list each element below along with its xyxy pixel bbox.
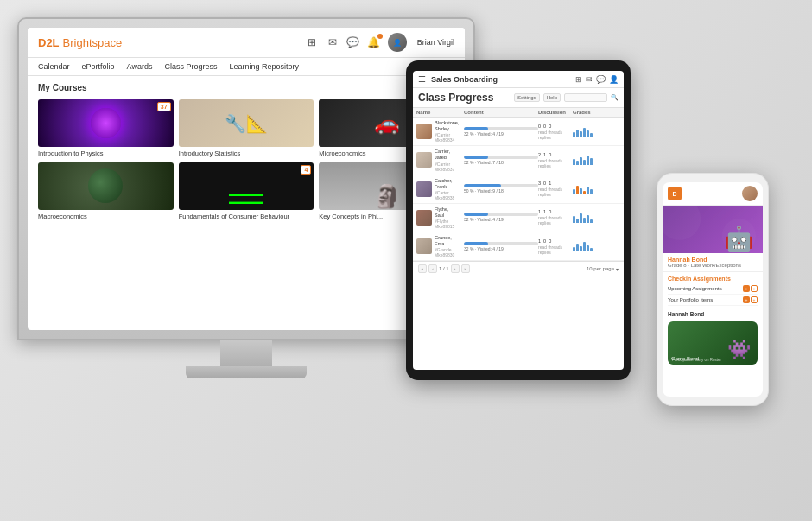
hero-character: 🤖: [724, 225, 754, 253]
gbar3: [580, 246, 582, 251]
gbar1: [573, 216, 575, 223]
content-bar-fill: [464, 213, 488, 216]
col-grades: Grades: [573, 110, 620, 115]
grade-bars-carrier: [573, 155, 620, 165]
reads: 3: [538, 181, 541, 186]
per-page-chevron-icon[interactable]: ▾: [616, 266, 619, 272]
content-pct-catcher: 50 % · Visited: 9 / 18: [464, 188, 538, 194]
discuss-nums: 3 0 1: [538, 181, 573, 186]
page-info: 1 / 1: [439, 266, 449, 271]
table-row[interactable]: Grande,Ema #GrandeMke89830 32 % · Visite…: [413, 232, 624, 261]
tablet-header: ☰ Sales Onboarding ⊞ ✉ 💬 👤: [413, 71, 624, 88]
game-participants: Participants: Early on Roster: [672, 358, 756, 362]
user-avatar[interactable]: 👤: [388, 33, 407, 52]
reads: 0: [538, 124, 541, 129]
notification-badge: [377, 34, 383, 39]
student-id-grande: #GrandeMke89830: [435, 247, 454, 257]
nav-class-progress[interactable]: Class Progress: [164, 62, 217, 71]
tablet-grid-icon[interactable]: ⊞: [575, 75, 582, 84]
col-name: Name: [416, 110, 464, 115]
gbar1: [573, 247, 575, 251]
help-btn[interactable]: Help: [543, 93, 561, 102]
course-card-physics[interactable]: 37 Introduction to Physics: [38, 99, 174, 157]
content-col-flythe: 32 % · Visited: 4 / 19: [464, 213, 538, 222]
prev-page-btn[interactable]: ‹: [428, 264, 437, 273]
discuss-nums: 0 0 0: [538, 124, 573, 129]
student-info-flythe: Flythe,Saul #FlytheMke89815: [416, 206, 464, 229]
phone-game-card[interactable]: Game Bond 👾 Participants: Early on Roste…: [668, 321, 758, 365]
nav-awards[interactable]: Awards: [127, 62, 153, 71]
gbar3: [580, 188, 582, 194]
nav-learning-repository[interactable]: Learning Repository: [229, 62, 299, 71]
tablet-user-icon[interactable]: 👤: [609, 75, 619, 84]
assignment-item-1[interactable]: Upcoming Assignments + +: [668, 283, 758, 295]
course-label-consumer: Fundamentals of Consumer Behaviour: [179, 213, 314, 220]
first-page-btn[interactable]: «: [418, 264, 427, 273]
content-bar-bg: [464, 184, 538, 187]
student-info-carrier: Carrier,Jared #CarrierMke89837: [416, 149, 464, 171]
tablet-chat-icon[interactable]: 💬: [596, 75, 606, 84]
assign-dot-outline-2: +: [751, 296, 758, 303]
table-row[interactable]: Flythe,Saul #FlytheMke89815 32 % · Visit…: [413, 204, 624, 232]
threads: 1: [543, 209, 546, 214]
course-card-consumer[interactable]: ▬▬▬▬▬▬▬▬▬▬ 4 Fundamentals of Consumer Be…: [179, 162, 314, 220]
per-page-control: 10 per page ▾: [587, 266, 619, 272]
settings-btn[interactable]: Settings: [514, 93, 540, 102]
svg-point-0: [663, 206, 701, 240]
student-name-carrier: Carrier,Jared: [435, 149, 454, 161]
assign-dot-outline: +: [751, 285, 758, 292]
course-card-macro[interactable]: Macroeconomics: [38, 162, 174, 220]
student-avatar-blackstone: [416, 124, 432, 139]
nav-calendar[interactable]: Calendar: [38, 62, 70, 71]
table-row[interactable]: Catcher,Frank #CarterMke89838 50 % · Vis…: [413, 175, 624, 204]
macro-earth: [88, 168, 123, 203]
course-badge-physics: 37: [157, 102, 171, 111]
gbar4: [583, 128, 586, 137]
content-bar-fill: [464, 156, 488, 159]
scene: D2L Brightspace ⊞ ✉ 💬 🔔 👤 Brian Virgil: [0, 0, 812, 521]
content-bar-bg: [464, 127, 538, 130]
gbar5: [587, 215, 589, 223]
table-row[interactable]: Blackstone,Shirley #CarrierMke89834 32 %…: [413, 118, 624, 146]
last-page-btn[interactable]: »: [461, 264, 470, 273]
tablet-mail-icon[interactable]: ✉: [586, 75, 593, 84]
gbar2: [576, 219, 579, 223]
hamburger-icon[interactable]: ☰: [418, 74, 426, 84]
next-page-btn[interactable]: ›: [451, 264, 460, 273]
chat-icon[interactable]: 💬: [346, 35, 360, 49]
course-label-physics: Introduction to Physics: [38, 149, 174, 157]
assignment-item-2[interactable]: Your Portfolio Items + +: [668, 295, 758, 306]
assign-dot-filled-2: +: [743, 296, 750, 303]
phone-user-avatar[interactable]: [742, 186, 758, 201]
student-details-carrier: Carrier,Jared #CarrierMke89837: [435, 149, 454, 171]
course-thumb-physics: [38, 99, 174, 147]
gbar4: [583, 218, 586, 223]
discuss-labels: read threads replies: [538, 245, 573, 255]
header-icons: ⊞ ✉ 💬 🔔 👤 Brian Virgil: [305, 33, 454, 52]
search-bar[interactable]: [564, 93, 607, 102]
course-thumb-stats: 🔧📐: [179, 99, 314, 147]
mail-icon[interactable]: ✉: [326, 35, 339, 49]
phone-logo: D: [668, 187, 682, 200]
notification-icon[interactable]: 🔔: [367, 35, 381, 49]
content-col-blackstone: 32 % · Visited: 4 / 19: [464, 127, 538, 137]
course-card-stats[interactable]: 🔧📐 Introductory Statistics: [179, 99, 314, 157]
gbar5: [587, 156, 589, 165]
phone-frame: D 🤖 Hannah Bond Gra: [657, 173, 769, 406]
replies: 1: [549, 181, 551, 186]
grade-bars-catcher: [573, 184, 620, 194]
logo-brightspace: Brightspace: [63, 36, 123, 49]
content-bar-bg: [464, 242, 538, 245]
monitor-base: [186, 366, 307, 378]
nav-eportfolio[interactable]: ePortfolio: [82, 62, 115, 71]
page-controls: « ‹ 1 / 1 › »: [418, 264, 470, 273]
discuss-col-grande: 1 0 0 read threads replies: [538, 238, 573, 255]
phone: D 🤖 Hannah Bond Gra: [657, 173, 769, 406]
reads: 1: [538, 238, 541, 244]
grid-icon[interactable]: ⊞: [305, 35, 319, 49]
threads: 0: [543, 181, 546, 186]
gbar6: [590, 219, 593, 223]
search-icon[interactable]: 🔍: [611, 94, 619, 101]
gbar2: [576, 186, 579, 194]
table-row[interactable]: Carrier,Jared #CarrierMke89837 32 % · Vi…: [413, 146, 624, 175]
